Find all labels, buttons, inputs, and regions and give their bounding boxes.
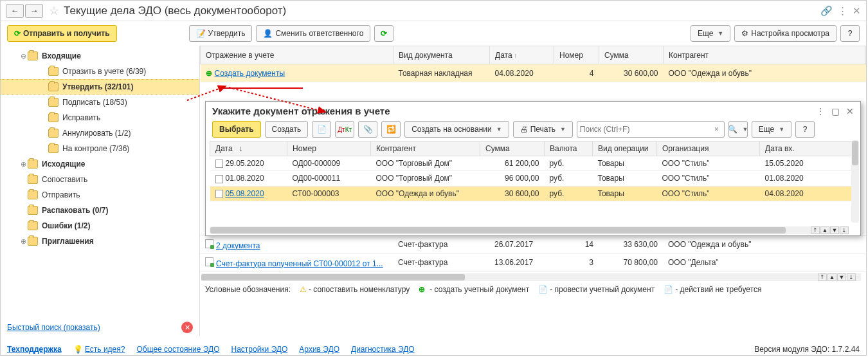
gear-icon: ⚙ xyxy=(741,29,748,38)
pcol-number[interactable]: Номер xyxy=(287,142,371,156)
clear-filter-icon[interactable]: ✕ xyxy=(181,322,193,333)
popup-close-icon[interactable]: ✕ xyxy=(846,106,854,116)
link-overall[interactable]: Общее состояние ЭДО xyxy=(136,345,219,354)
view-settings-button[interactable]: ⚙ Настройка просмотра xyxy=(734,25,836,42)
table-row[interactable]: ⊕Создать документы Товарная накладная 04… xyxy=(201,64,866,82)
nav-back-button[interactable]: ← xyxy=(6,4,24,18)
doc-icon xyxy=(215,160,223,168)
search-input-wrapper[interactable]: × xyxy=(577,121,725,138)
pcol-contractor[interactable]: Контрагент xyxy=(371,142,480,156)
send-receive-button[interactable]: ⟳ Отправить и получить xyxy=(7,25,117,42)
more-button[interactable]: Еще▼ xyxy=(691,25,730,42)
sidebar-item[interactable]: Отразить в учете (6/39) xyxy=(1,64,199,79)
sidebar-item[interactable]: На контроле (7/36) xyxy=(1,141,199,156)
horizontal-scrollbar[interactable]: ⤒▲▼⤓ xyxy=(201,273,861,281)
popup-kebab-icon[interactable]: ⋮ xyxy=(816,106,825,116)
create-docs-link[interactable]: Создать документы xyxy=(215,69,285,78)
create-based-button[interactable]: Создать на основании▼ xyxy=(404,121,509,138)
folder-icon xyxy=(48,129,59,138)
idea-link[interactable]: Есть идея? xyxy=(85,345,125,354)
folder-icon xyxy=(28,221,38,230)
table-row[interactable]: 29.05.2020ОД00-000009ООО "Торговый Дом"6… xyxy=(210,156,856,171)
refresh-button[interactable]: ⟳ xyxy=(374,25,393,42)
link-diag[interactable]: Диагностика ЭДО xyxy=(351,345,415,354)
col-reflection[interactable]: Отражение в учете xyxy=(201,46,393,64)
doc-icon xyxy=(215,190,223,198)
table-row[interactable]: 05.08.2020СТ00-000003ООО "Одежда и обувь… xyxy=(210,186,856,201)
sidebar-item[interactable]: Отправить xyxy=(1,187,199,203)
clear-search-icon[interactable]: × xyxy=(712,125,721,134)
nav-forward-button[interactable]: → xyxy=(25,4,43,18)
search-input[interactable] xyxy=(580,125,712,134)
link-settings[interactable]: Настройки ЭДО xyxy=(231,345,287,354)
col-date[interactable]: Дата xyxy=(490,46,554,64)
help-button[interactable]: ? xyxy=(840,25,860,42)
link-archive[interactable]: Архив ЭДО xyxy=(299,345,339,354)
sidebar-item[interactable]: Подписать (18/53) xyxy=(1,95,199,110)
favorite-star-icon[interactable]: ☆ xyxy=(47,4,61,18)
sidebar-item[interactable]: Аннулировать (1/2) xyxy=(1,125,199,141)
tree-expander-icon[interactable]: ⊖ xyxy=(19,52,28,60)
tree-expander-icon[interactable]: ⊕ xyxy=(19,237,28,246)
folder-icon xyxy=(48,98,59,107)
bulb-icon: 💡 xyxy=(73,345,83,354)
popup-hscrollbar[interactable] xyxy=(210,226,849,234)
table-row[interactable]: Счет-фактура полученный СТ00-000012 от 1… xyxy=(200,253,866,271)
folder-icon xyxy=(48,67,59,76)
pcol-datein[interactable]: Дата вх. xyxy=(760,142,856,156)
kebab-menu-icon[interactable]: ⋮ xyxy=(838,5,847,17)
col-contractor[interactable]: Контрагент xyxy=(664,46,866,64)
approve-button[interactable]: 📝 Утвердить xyxy=(189,25,253,42)
col-number[interactable]: Номер xyxy=(554,46,599,64)
sidebar-item[interactable]: Ошибки (1/2) xyxy=(1,218,199,233)
pcol-sum[interactable]: Сумма xyxy=(480,142,545,156)
sidebar-item-label: Сопоставить xyxy=(42,175,87,184)
close-window-icon[interactable]: ✕ xyxy=(853,5,861,17)
dtkt-button[interactable]: ДтКт xyxy=(335,121,354,138)
sidebar-item[interactable]: ⊖Входящие xyxy=(1,48,199,64)
sidebar-item-label: На контроле (7/36) xyxy=(62,144,129,153)
pcol-org[interactable]: Организация xyxy=(657,142,760,156)
pcol-currency[interactable]: Валюта xyxy=(545,142,593,156)
popup-more-button[interactable]: Еще▼ xyxy=(752,121,791,138)
folder-icon xyxy=(28,175,38,184)
popup-nav-buttons[interactable]: ⤒▲▼⤓ xyxy=(811,226,849,234)
sidebar-item-label: Подписать (18/53) xyxy=(62,98,127,107)
table-nav-buttons[interactable]: ⤒▲▼⤓ xyxy=(818,273,856,281)
edo-button[interactable]: 🔁 xyxy=(381,121,401,138)
search-button[interactable]: 🔍▼ xyxy=(728,121,748,138)
select-button[interactable]: Выбрать xyxy=(212,121,261,138)
sidebar-item[interactable]: ⊕Исходящие xyxy=(1,156,199,172)
sidebar-item[interactable]: Сопоставить xyxy=(1,172,199,187)
popup-maximize-icon[interactable]: ▢ xyxy=(831,106,840,116)
copy-button[interactable]: 📄 xyxy=(312,121,331,138)
doc-check-icon: 📄 xyxy=(538,285,548,294)
popup-vscrollbar[interactable] xyxy=(851,140,859,223)
doc-link[interactable]: Счет-фактура полученный СТ00-000012 от 1… xyxy=(216,259,383,268)
table-row[interactable]: 2 документаСчет-фактура26.07.20171433 63… xyxy=(200,235,866,253)
plus-icon: ⊕ xyxy=(206,69,212,78)
doc-link[interactable]: 2 документа xyxy=(216,241,260,250)
table-row[interactable]: 01.08.2020ОД00-000011ООО "Торговый Дом"9… xyxy=(210,171,856,186)
support-link[interactable]: Техподдержка xyxy=(7,345,62,354)
quick-search-link[interactable]: Быстрый поиск (показать) xyxy=(7,323,100,332)
pcol-op[interactable]: Вид операции xyxy=(593,142,657,156)
attachment-button[interactable]: 📎 xyxy=(358,121,377,138)
pcol-date[interactable]: Дата ↓ xyxy=(210,142,287,156)
col-doctype[interactable]: Вид документа xyxy=(393,46,490,64)
paperclip-icon: 📎 xyxy=(363,125,373,134)
tree-expander-icon[interactable]: ⊕ xyxy=(19,160,28,169)
folder-icon xyxy=(28,51,38,60)
print-button[interactable]: 🖨Печать▼ xyxy=(513,121,573,138)
person-icon: 👤 xyxy=(263,29,273,38)
sidebar-item[interactable]: ⊕Приглашения xyxy=(1,233,199,249)
create-button[interactable]: Создать xyxy=(265,121,309,138)
attach-icon[interactable]: 🔗 xyxy=(820,5,833,17)
sidebar-item[interactable]: Распаковать (0/7) xyxy=(1,203,199,218)
sidebar-item[interactable]: Утвердить (32/101) xyxy=(1,79,199,95)
sidebar-item[interactable]: Исправить xyxy=(1,110,199,125)
popup-help-button[interactable]: ? xyxy=(795,121,815,138)
change-owner-button[interactable]: 👤 Сменить ответственного xyxy=(256,25,370,42)
col-sum[interactable]: Сумма xyxy=(599,46,664,64)
sidebar-item-label: Аннулировать (1/2) xyxy=(62,129,131,138)
